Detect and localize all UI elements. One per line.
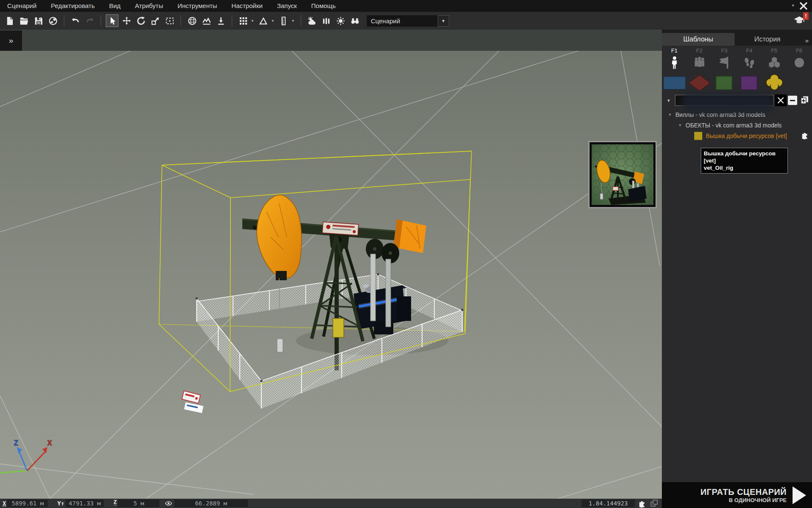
angle-snap-dropdown-icon[interactable]: ▼ xyxy=(271,19,274,23)
status-bar: X 5899.61 м Y↑ 4791.33 м Z~ 5 м 66.2889 … xyxy=(0,499,662,508)
menu-scenario[interactable]: Сценарий xyxy=(0,0,44,12)
angle-snap-icon[interactable] xyxy=(258,15,269,27)
surface-snap-icon[interactable] xyxy=(200,15,212,27)
tree-group-villas[interactable]: ▼ Виллы - vk com arma3 3d models xyxy=(662,109,812,120)
menu-play[interactable]: Запуск xyxy=(270,0,304,12)
collapse-all-button[interactable] xyxy=(788,96,797,105)
tooltip-display-name: Вышка добычи ресурсов [vet] xyxy=(704,150,785,164)
waypoint-footprints-icon xyxy=(742,55,757,70)
gizmo-x-label: X xyxy=(47,439,52,447)
phase-combobox[interactable]: Сценарий xyxy=(367,15,438,27)
expand-left-panel-button[interactable]: » xyxy=(0,30,22,51)
camera-height-field[interactable]: 66.2889 м xyxy=(174,500,248,507)
terrain-globe-icon[interactable] xyxy=(186,15,198,27)
area-select-tool-icon[interactable] xyxy=(164,15,176,27)
redo-icon[interactable] xyxy=(84,15,96,27)
menu-edit[interactable]: Редактировать xyxy=(44,0,102,12)
daylight-sun-icon[interactable] xyxy=(335,15,347,27)
search-input[interactable] xyxy=(675,95,774,106)
faction-empty-icon[interactable] xyxy=(762,73,787,93)
search-clear-icon[interactable] xyxy=(775,94,787,106)
menu-view[interactable]: Вид xyxy=(102,0,128,12)
play-scenario-button[interactable]: ИГРАТЬ СЦЕНАРИЙ В ОДИНОЧНОЙ ИГРЕ xyxy=(662,482,812,508)
menu-bar: Сценарий Редактировать Вид Атрибуты Инст… xyxy=(0,0,812,12)
publish-steam-icon[interactable] xyxy=(47,15,59,27)
selection-marker-box xyxy=(333,318,344,337)
scene-canvas: Z X xyxy=(0,51,662,499)
category-f6-modules[interactable]: F6 xyxy=(787,47,812,73)
ruler-snap-dropdown-icon[interactable]: ▼ xyxy=(291,19,295,23)
tree-group-label: ОБЕКТЫ - vk com arma3 3d models xyxy=(686,122,782,129)
tree-caret-icon[interactable]: ▼ xyxy=(667,113,673,117)
close-icon[interactable] xyxy=(798,1,809,11)
category-f3-triggers[interactable]: F3 xyxy=(712,47,737,73)
asset-category-bar: F1 F2 F3 F4 F5 F6 xyxy=(662,46,812,73)
select-tool-icon[interactable] xyxy=(106,15,118,27)
faction-opfor-icon[interactable] xyxy=(687,75,712,91)
ground-grid-lines xyxy=(0,51,662,499)
viewport-top-strip xyxy=(0,30,662,51)
faction-civilian-icon[interactable] xyxy=(737,75,762,91)
grid-snap-dropdown-icon[interactable]: ▼ xyxy=(251,19,254,23)
weather-icon[interactable] xyxy=(306,15,318,27)
category-f5-props[interactable]: F5 xyxy=(762,47,787,73)
search-filter-dropdown-icon[interactable]: ▼ xyxy=(664,95,674,105)
x-coordinate-field[interactable]: 5899.61 м xyxy=(7,500,48,507)
oilpump-sign xyxy=(322,222,359,235)
module-circle-x-icon xyxy=(792,55,807,70)
z-coordinate-field[interactable]: 5 м xyxy=(118,500,159,507)
y-coordinate-field[interactable]: 4791.33 м xyxy=(66,500,104,507)
open-scenario-icon[interactable] xyxy=(18,15,30,27)
category-f4-waypoints[interactable]: F4 xyxy=(737,47,762,73)
mod-puzzle-icon xyxy=(801,131,809,141)
menu-attributes[interactable]: Атрибуты xyxy=(128,0,170,12)
faction-blufor-icon[interactable] xyxy=(662,76,687,90)
axis-gizmo: Z X xyxy=(0,439,52,473)
translate-tool-icon[interactable] xyxy=(121,15,132,27)
fence-warning-sign xyxy=(182,391,200,403)
preview-binoculars-icon[interactable] xyxy=(349,15,361,27)
menu-tools[interactable]: Инструменты xyxy=(170,0,225,12)
tree-caret-icon[interactable]: ▼ xyxy=(677,123,683,127)
category-f1-characters[interactable]: F1 xyxy=(662,47,687,73)
vertical-snap-icon[interactable] xyxy=(215,15,227,27)
asset-tooltip: Вышка добычи ресурсов [vet] vet_Oil_rig xyxy=(701,148,788,174)
tree-group-objects[interactable]: ▼ ОБЕКТЫ - vk com arma3 3d models xyxy=(662,120,812,130)
tree-item-oil-rig[interactable]: Вышка добычи ресурсов [vet] xyxy=(662,130,812,141)
right-sidebar: Шаблоны История » F1 F2 F3 F4 F5 xyxy=(662,30,812,508)
asset-preview-thumbnail xyxy=(588,141,657,208)
tutorial-hints-icon[interactable]: ! xyxy=(793,14,808,28)
version-label: 1.84.144923 xyxy=(582,500,635,507)
tab-templates[interactable]: Шаблоны xyxy=(662,33,735,46)
grid-snap-icon[interactable] xyxy=(237,15,249,27)
fence-warning-sign-2 xyxy=(184,402,204,414)
category-f2-groups[interactable]: F2 xyxy=(687,47,712,73)
ruler-snap-icon[interactable] xyxy=(278,15,290,27)
rotate-tool-icon[interactable] xyxy=(135,15,147,27)
tab-history[interactable]: История xyxy=(735,33,800,46)
copy-add-icon[interactable] xyxy=(798,94,810,106)
mods-puzzle-icon[interactable] xyxy=(638,499,647,508)
undo-icon[interactable] xyxy=(69,15,81,27)
menu-help[interactable]: Помощь xyxy=(304,0,343,12)
faction-independent-icon[interactable] xyxy=(712,75,737,91)
z-coordinate-label: Z~ xyxy=(113,500,117,507)
layers-icon[interactable] xyxy=(650,499,658,508)
tabs-more-button[interactable]: » xyxy=(805,37,812,46)
menu-settings[interactable]: Настройки xyxy=(224,0,270,12)
tree-item-label: Вышка добычи ресурсов [vet] xyxy=(706,133,787,139)
save-icon[interactable] xyxy=(33,15,44,27)
play-triangle-icon xyxy=(793,486,806,504)
asset-search-row: ▼ xyxy=(662,93,812,108)
play-scenario-title: ИГРАТЬ СЦЕНАРИЙ xyxy=(700,487,787,497)
scale-tool-icon[interactable] xyxy=(149,15,161,27)
object-color-swatch xyxy=(694,132,702,140)
character-icon xyxy=(667,55,682,70)
new-scenario-icon[interactable] xyxy=(4,15,16,27)
phase-combobox-arrow-icon[interactable]: ▼ xyxy=(438,15,449,27)
fog-icon[interactable] xyxy=(321,15,332,27)
tooltip-classname: vet_Oil_rig xyxy=(704,164,785,171)
props-cubes-icon xyxy=(767,55,782,70)
gizmo-z-label: Z xyxy=(14,439,18,447)
viewport-3d-scene[interactable]: Z X xyxy=(0,51,662,499)
